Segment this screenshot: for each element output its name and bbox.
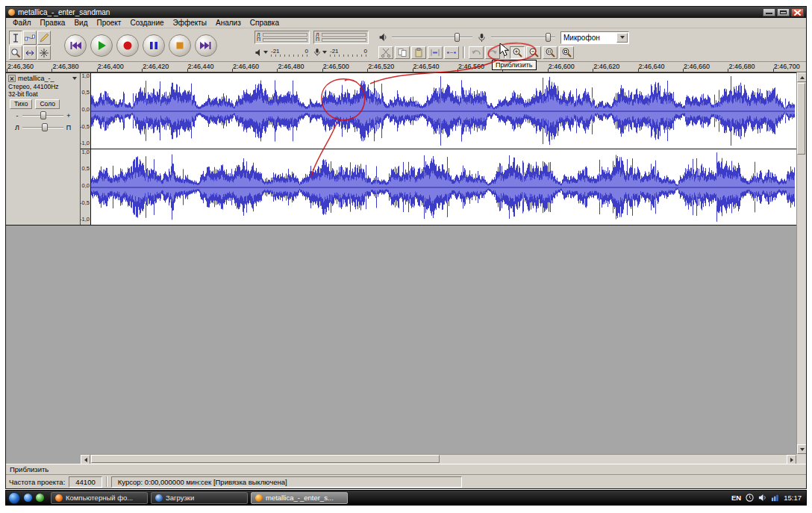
output-volume-slider[interactable] xyxy=(392,32,472,43)
silence-button[interactable] xyxy=(444,46,459,59)
toolbar-separator xyxy=(463,46,465,58)
start-button[interactable] xyxy=(8,492,20,504)
vertical-scale-label: 1,0 xyxy=(82,149,90,155)
minimize-button[interactable] xyxy=(763,8,775,16)
ruler-label: 2:46,660 xyxy=(684,63,710,70)
pause-button[interactable] xyxy=(143,34,165,57)
vertical-scrollbar[interactable] xyxy=(796,72,806,454)
track-name-menu[interactable]: metallica_-_ xyxy=(17,75,78,82)
menu-справка[interactable]: Справка xyxy=(246,19,284,27)
zoom-tool-button[interactable] xyxy=(9,46,22,60)
record-button[interactable] xyxy=(116,34,139,57)
edit-toolbar xyxy=(378,46,574,59)
zoom-in-button[interactable] xyxy=(510,46,525,59)
horizontal-scrollbar[interactable] xyxy=(81,454,796,464)
combo-dropdown-button[interactable] xyxy=(616,33,628,43)
copy-button[interactable] xyxy=(395,46,410,59)
waveform-right-channel[interactable] xyxy=(91,149,795,225)
project-rate-value[interactable]: 44100 xyxy=(69,476,102,488)
menu-анализ[interactable]: Анализ xyxy=(211,19,246,27)
menu-проект[interactable]: Проект xyxy=(92,19,125,27)
ruler-label: 2:46,560 xyxy=(458,63,484,70)
undo-button[interactable] xyxy=(469,46,484,59)
timeshift-tool-button[interactable] xyxy=(23,46,37,60)
rewind-button[interactable] xyxy=(64,34,87,57)
menu-вид[interactable]: Вид xyxy=(69,19,92,27)
menu-эффекты[interactable]: Эффекты xyxy=(169,19,211,27)
volume-tray-icon[interactable] xyxy=(758,494,766,502)
playback-meter[interactable]: Л П xyxy=(254,31,310,44)
quick-launch-icon[interactable] xyxy=(24,494,32,502)
taskbar-task[interactable]: metallica_-_enter_s... xyxy=(251,492,348,504)
waveform-display[interactable] xyxy=(91,73,796,225)
chevron-down-icon[interactable] xyxy=(322,51,327,54)
waveform-left-channel[interactable] xyxy=(91,73,795,149)
vertical-scroll-thumb[interactable] xyxy=(797,83,805,155)
solo-button[interactable]: Соло xyxy=(35,99,59,109)
slider-thumb[interactable] xyxy=(42,123,48,131)
scroll-down-button[interactable] xyxy=(797,444,806,454)
scale-high-label: 0 xyxy=(305,48,308,55)
star-icon xyxy=(39,48,49,58)
ruler-label: 2:46,700 xyxy=(774,63,800,70)
ruler-label: 2:46,420 xyxy=(143,63,169,70)
horizontal-scroll-thumb[interactable] xyxy=(91,455,440,463)
zoom-out-button[interactable] xyxy=(526,46,541,59)
gain-slider[interactable]: - + xyxy=(14,111,72,121)
titlebar[interactable]: metallica_-_enter_sandman xyxy=(6,7,806,18)
network-tray-icon[interactable] xyxy=(771,494,779,502)
taskbar-task[interactable]: Компьютерный фо... xyxy=(51,492,148,504)
quick-launch-icon[interactable] xyxy=(36,494,44,502)
menu-правка[interactable]: Правка xyxy=(36,19,70,27)
magnifier-icon xyxy=(10,48,21,58)
fit-selection-button[interactable] xyxy=(543,46,558,59)
track-close-button[interactable] xyxy=(8,75,16,82)
redo-button[interactable] xyxy=(485,46,500,59)
ruler-tick xyxy=(232,69,233,72)
slider-thumb[interactable] xyxy=(40,111,46,119)
maximize-button[interactable] xyxy=(777,8,790,16)
scissors-icon xyxy=(381,48,391,57)
chevron-down-icon[interactable] xyxy=(263,51,268,54)
timeline-ruler[interactable]: 2:46,3602:46,3802:46,4002:46,4202:46,440… xyxy=(6,62,806,72)
stop-button[interactable] xyxy=(169,34,191,57)
selection-tool-button[interactable] xyxy=(9,31,22,45)
forward-button[interactable] xyxy=(195,34,217,57)
fit-project-button[interactable] xyxy=(559,46,574,59)
scroll-track[interactable] xyxy=(90,455,787,464)
ruler-tick xyxy=(142,69,143,72)
ibeam-icon xyxy=(10,33,21,43)
menu-создание[interactable]: Создание xyxy=(125,19,168,27)
ruler-tick xyxy=(683,69,684,72)
multi-tool-button[interactable] xyxy=(37,46,51,60)
fit-project-icon xyxy=(561,47,572,57)
slider-thumb[interactable] xyxy=(455,33,460,42)
recording-meter[interactable]: Л П xyxy=(313,31,369,44)
draw-tool-button[interactable] xyxy=(37,31,51,45)
scroll-up-button[interactable] xyxy=(797,72,806,82)
input-volume-slider[interactable] xyxy=(491,32,555,43)
clock-tray-icon[interactable] xyxy=(746,494,754,502)
meter-right-label: П xyxy=(316,37,320,42)
scroll-left-button[interactable] xyxy=(81,455,90,464)
slider-thumb[interactable] xyxy=(546,33,551,42)
scroll-right-button[interactable] xyxy=(787,455,796,464)
vertical-scale-label: 0,0 xyxy=(82,183,90,189)
language-indicator[interactable]: EN xyxy=(731,494,741,502)
mixer-toolbar: Микрофон xyxy=(378,31,629,44)
envelope-tool-button[interactable] xyxy=(23,31,37,45)
play-button[interactable] xyxy=(90,34,113,57)
microphone-icon xyxy=(313,48,321,57)
taskbar-task[interactable]: Загрузки xyxy=(151,492,248,504)
paste-button[interactable] xyxy=(411,46,426,59)
input-device-select[interactable]: Микрофон xyxy=(560,31,629,44)
pan-slider[interactable]: Л П xyxy=(14,122,72,133)
silence-icon xyxy=(446,48,457,57)
cut-button[interactable] xyxy=(378,46,393,59)
trim-button[interactable] xyxy=(428,46,443,59)
undo-icon xyxy=(471,48,481,57)
mute-button[interactable]: Тихо xyxy=(10,99,32,109)
clock[interactable]: 15:17 xyxy=(784,494,802,502)
menu-файл[interactable]: Файл xyxy=(8,19,36,27)
close-button[interactable] xyxy=(791,8,804,16)
